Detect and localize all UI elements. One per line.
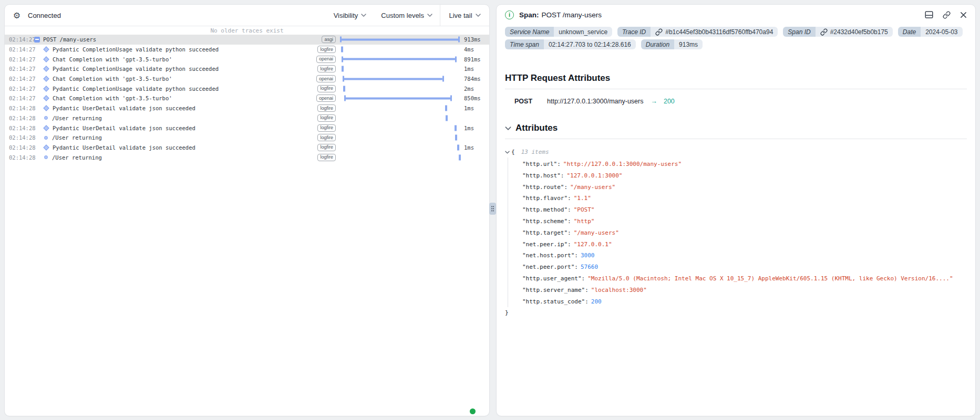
trace-timeline [340, 74, 460, 84]
copy-link-button[interactable] [943, 11, 951, 19]
trace-row[interactable]: 02:14:28 /User returning logfire [5, 152, 489, 162]
trace-name: POST /many-users [43, 36, 96, 43]
trace-row[interactable]: 02:14:27 POST /many-users asgi 913ms [5, 35, 489, 45]
meta-badge-label: Time span [505, 39, 544, 49]
trace-name: Pydantic CompletionUsage validate_python… [53, 46, 219, 52]
trace-row[interactable]: 02:14:27 Chat Completion with 'gpt-3.5-t… [5, 54, 489, 64]
json-attribute-row: "net.peer.ip":"127.0.0.1" [522, 239, 967, 250]
trace-row[interactable]: 02:14:27 Pydantic CompletionUsage valida… [5, 83, 489, 93]
trace-name: Pydantic UserDetail validate_json succee… [53, 144, 195, 151]
trace-timestamp: 02:14:28 [9, 115, 34, 121]
trace-timestamp: 02:14:27 [9, 46, 34, 52]
trace-kind-icon [43, 67, 49, 71]
trace-name: Pydantic UserDetail validate_json succee… [53, 125, 195, 131]
trace-row[interactable]: 02:14:28 Pydantic UserDetail validate_js… [5, 103, 489, 113]
info-icon [505, 10, 514, 19]
duration-bar [445, 106, 447, 111]
meta-badge-value[interactable]: #b1c445ef3b0b43116df5760ffb470a94 [651, 27, 778, 37]
settings-gear-icon[interactable] [12, 10, 22, 20]
json-value: "http" [574, 218, 595, 225]
meta-badge-label: Date [898, 27, 921, 37]
collapse-node-chevron-icon[interactable] [505, 151, 510, 154]
trace-row[interactable]: 02:14:28 /User returning logfire [5, 133, 489, 143]
trace-timestamp: 02:14:27 [9, 95, 34, 101]
trace-timestamp: 02:14:28 [9, 125, 34, 131]
trace-duration: 1ms [460, 125, 489, 131]
scope-badge: logfire [317, 114, 336, 122]
span-title: Span:POST /many-users [519, 11, 602, 19]
panel-layout-icon [925, 10, 933, 19]
trace-name: Pydantic UserDetail validate_json succee… [53, 105, 195, 111]
trace-kind-icon [43, 77, 49, 81]
trace-kind-icon [43, 106, 49, 110]
http-request-summary: POST http://127.0.0.1:3000/many-users → … [514, 98, 967, 105]
scope-badge: logfire [317, 65, 336, 72]
meta-badge-value: 02:14:27.703 to 02:14:28.616 [544, 39, 636, 49]
scope-badge: logfire [317, 134, 336, 141]
http-request-attributes-heading: HTTP Request Attributes [505, 73, 967, 83]
json-attribute-row: "net.peer.port":57660 [522, 261, 967, 273]
trace-kind-icon [43, 145, 49, 150]
details-tabs [505, 60, 967, 64]
scope-badge: logfire [317, 144, 336, 151]
meta-badge-value: 913ms [674, 39, 703, 49]
trace-row[interactable]: 02:14:27 Pydantic CompletionUsage valida… [5, 45, 489, 55]
meta-badge-value[interactable]: #2432d40ef5b0b175 [816, 27, 893, 37]
traces-panel: Connected Visibility Custom levels Live … [4, 4, 490, 416]
trace-name: Pydantic CompletionUsage validate_python… [53, 86, 219, 92]
custom-levels-dropdown[interactable]: Custom levels [374, 5, 440, 26]
json-attribute-row: "http.server_name":"localhost:3000" [522, 285, 967, 296]
trace-timestamp: 02:14:28 [9, 105, 34, 111]
panel-splitter-handle[interactable] [489, 203, 496, 215]
trace-row[interactable]: 02:14:27 Chat Completion with 'gpt-3.5-t… [5, 93, 489, 103]
items-count-label: 13 items [521, 149, 549, 155]
trace-row[interactable]: 02:14:28 /User returning logfire [5, 113, 489, 123]
http-status-code: 200 [664, 98, 675, 105]
trace-row[interactable]: 02:14:27 Pydantic CompletionUsage valida… [5, 64, 489, 74]
trace-name: Pydantic CompletionUsage validate_python… [53, 66, 219, 72]
json-value: "localhost:3000" [591, 287, 647, 293]
trace-row[interactable]: 02:14:28 Pydantic UserDetail validate_js… [5, 123, 489, 133]
json-value: "/many-users" [570, 184, 615, 191]
trace-row[interactable]: 02:14:27 Chat Completion with 'gpt-3.5-t… [5, 74, 489, 84]
collapse-section-chevron-icon[interactable] [505, 127, 511, 130]
json-key: "http.route" [522, 184, 564, 191]
meta-badge-value: unknown_service [554, 27, 612, 37]
trace-timeline [340, 113, 460, 123]
close-brace: } [505, 307, 967, 319]
json-attribute-row: "http.scheme":"http" [522, 216, 967, 227]
scope-badge: logfire [317, 154, 336, 161]
trace-duration: 4ms [460, 46, 489, 52]
json-root-row: { 13 items [505, 146, 967, 158]
trace-name: Chat Completion with 'gpt-3.5-turbo' [53, 56, 172, 62]
meta-badge: Trace ID #b1c445ef3b0b43116df5760ffb470a… [617, 27, 778, 37]
live-tail-section: Live tail [440, 5, 489, 26]
toggle-panel-layout-button[interactable] [925, 10, 933, 19]
scope-badge: asgi [322, 36, 336, 43]
json-value: "/many-users" [574, 229, 619, 236]
json-value: "http://127.0.0.1:3000/many-users" [563, 161, 682, 167]
json-key: "http.url" [522, 161, 557, 167]
meta-badge-value: 2024-05-03 [921, 27, 962, 37]
trace-timeline [340, 64, 460, 74]
live-tail-dropdown[interactable]: Live tail [441, 12, 488, 19]
meta-badge-row: Service Name unknown_service Trace ID #b… [505, 27, 967, 37]
span-meta-badges: Service Name unknown_service Trace ID #b… [505, 27, 967, 49]
close-button[interactable] [960, 12, 967, 18]
json-value: "POST" [574, 206, 595, 213]
meta-badge: Duration 913ms [641, 39, 703, 49]
drag-dots-icon [491, 205, 494, 212]
duration-bar [455, 125, 457, 131]
visibility-dropdown[interactable]: Visibility [326, 5, 374, 26]
trace-name: Chat Completion with 'gpt-3.5-turbo' [53, 95, 172, 101]
json-key: "net.peer.ip" [522, 241, 568, 248]
trace-name: Chat Completion with 'gpt-3.5-turbo' [53, 76, 172, 82]
trace-kind-icon [43, 126, 49, 130]
connection-status: Connected [12, 10, 61, 20]
meta-badge-label: Span ID [783, 27, 815, 37]
http-url: http://127.0.0.1:3000/many-users [547, 98, 643, 105]
json-key: "http.scheme" [522, 218, 568, 225]
close-icon [960, 12, 967, 18]
trace-row[interactable]: 02:14:28 Pydantic UserDetail validate_js… [5, 143, 489, 153]
traces-toolbar: Connected Visibility Custom levels Live … [5, 5, 489, 26]
